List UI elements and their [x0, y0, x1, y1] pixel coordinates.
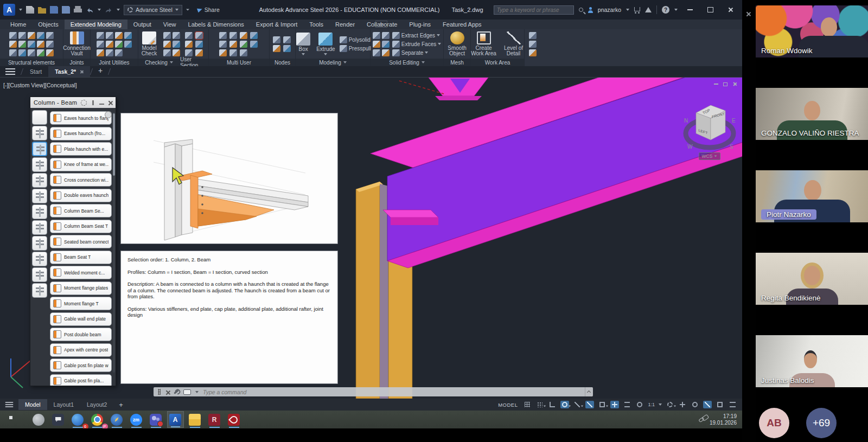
structural-tool-icon[interactable]	[37, 41, 44, 48]
connection-type-item[interactable]: Gable wall end plate	[50, 312, 112, 326]
column-flange-left[interactable]	[356, 182, 380, 399]
ribbon-tab[interactable]: View	[157, 20, 182, 29]
connection-type-item[interactable]: Column Beam Seat T	[50, 220, 112, 233]
palette-category-button[interactable]	[32, 204, 47, 219]
palette-scrollbar-thumb[interactable]	[113, 113, 115, 176]
command-caret-icon[interactable]	[195, 391, 199, 393]
taskbar-app-r[interactable]: R	[206, 411, 223, 428]
ribbon-tab[interactable]: Extended Modeling	[65, 20, 127, 29]
clean-screen-icon[interactable]	[716, 401, 724, 408]
user-section-tool-icon[interactable]	[195, 41, 203, 48]
joint-utility-icon[interactable]	[115, 49, 123, 56]
infocenter-search[interactable]	[494, 5, 574, 15]
solid-edit-icon[interactable]	[382, 49, 390, 56]
ribbon-tab[interactable]: Objects	[32, 20, 64, 29]
structural-tool-icon[interactable]	[46, 32, 54, 39]
structural-tool-icon[interactable]	[46, 41, 54, 48]
more-participants-button[interactable]: +69	[806, 408, 837, 438]
ribbon-tab[interactable]: Output	[127, 20, 157, 29]
app-menu-caret-icon[interactable]	[19, 9, 22, 11]
group-label[interactable]: Solid Editing	[371, 59, 443, 66]
search-input[interactable]	[497, 7, 571, 13]
extrude-faces-button[interactable]: Extrude Faces	[392, 41, 441, 48]
checking-tool-icon[interactable]	[173, 41, 180, 48]
save-as-icon[interactable]	[62, 6, 70, 14]
node-tool-icon[interactable]	[283, 45, 291, 52]
file-tabs-menu-icon[interactable]	[5, 68, 15, 75]
scale-indicator[interactable]: 1:1	[648, 402, 655, 407]
palette-category-button[interactable]	[32, 173, 47, 188]
joint-utility-icon[interactable]	[106, 32, 113, 39]
taskbar-app-browser[interactable]	[108, 411, 125, 428]
solid-edit-icon[interactable]	[373, 41, 380, 48]
node-tool-icon[interactable]	[283, 36, 291, 43]
user-section-tool-icon[interactable]	[195, 32, 203, 39]
file-tab[interactable]: Start	[23, 66, 48, 77]
ribbon-tab[interactable]: Render	[329, 20, 361, 29]
joint-utility-icon[interactable]	[106, 49, 113, 56]
multi-user-tool-icon[interactable]	[250, 41, 258, 48]
layout-tab[interactable]: Layout1	[47, 399, 80, 410]
palette-category-button[interactable]	[32, 236, 47, 251]
connection-type-item[interactable]: Moment flange plates	[50, 281, 112, 295]
dynamic-input-icon[interactable]	[610, 401, 619, 408]
joint-utility-icon[interactable]	[106, 41, 113, 48]
taskbar-app-capture[interactable]	[30, 411, 47, 428]
checking-tool-icon[interactable]	[163, 49, 171, 56]
structural-tool-icon[interactable]	[18, 41, 26, 48]
command-customize-icon[interactable]	[174, 389, 179, 394]
palette-close-icon[interactable]	[107, 100, 112, 105]
new-file-icon[interactable]	[26, 6, 34, 14]
palette-scroll-up-button[interactable]	[105, 111, 112, 118]
checking-tool-icon[interactable]	[173, 32, 180, 39]
ribbon-tab[interactable]: Labels & Dimensions	[182, 20, 250, 29]
solid-edit-icon[interactable]	[382, 41, 390, 48]
node-tool-icon[interactable]	[273, 36, 280, 43]
polar-tracking-icon[interactable]	[560, 401, 569, 408]
restore-window-button[interactable]	[703, 4, 718, 16]
undo-icon[interactable]	[86, 6, 94, 14]
node-tool-icon[interactable]	[273, 45, 280, 52]
extract-edges-button[interactable]: Extract Edges	[392, 32, 441, 39]
joint-utility-icon[interactable]	[97, 41, 104, 48]
multi-user-tool-icon[interactable]	[219, 32, 227, 39]
user-section-tool-icon[interactable]	[185, 32, 193, 39]
scale-caret-icon[interactable]	[659, 403, 662, 406]
ribbon-tab[interactable]: Export & Import	[250, 20, 303, 29]
connection-type-item[interactable]: Column Beam Se...	[50, 204, 112, 217]
connection-type-item[interactable]: Moment flange T	[50, 297, 112, 310]
workspace-switch-icon[interactable]	[666, 401, 674, 408]
structural-tool-icon[interactable]	[37, 49, 44, 56]
taskbar-app-acrobat[interactable]	[226, 411, 242, 428]
multi-user-tool-icon[interactable]	[219, 49, 227, 56]
command-line[interactable]	[154, 387, 593, 396]
participant-tile[interactable]: Regita Bendikienė	[756, 247, 868, 330]
group-label[interactable]: Modeling	[296, 59, 370, 66]
joint-utility-icon[interactable]	[124, 32, 132, 39]
lineweight-icon[interactable]	[623, 401, 631, 408]
palette-title-bar[interactable]: Column - Beam	[30, 97, 116, 108]
new-layout-button[interactable]: +	[113, 401, 129, 409]
viewport-close-icon[interactable]	[732, 82, 737, 86]
ortho-toggle-icon[interactable]	[548, 401, 557, 408]
palette-category-button[interactable]	[32, 220, 47, 235]
multi-user-tool-icon[interactable]	[240, 41, 247, 48]
solid-edit-icon[interactable]	[382, 32, 390, 39]
viewport-controls-label[interactable]: [-][Custom View][Conceptual]	[3, 82, 77, 88]
joint-utility-icon[interactable]	[115, 41, 123, 48]
isodraft-icon[interactable]	[573, 401, 582, 408]
structural-tool-icon[interactable]	[28, 49, 35, 56]
structural-tool-icon[interactable]	[18, 49, 26, 56]
taskbar-app-teams[interactable]	[148, 411, 164, 428]
box-button[interactable]: Box	[295, 32, 312, 56]
redo-history-caret-icon[interactable]	[117, 9, 120, 11]
user-section-tool-icon[interactable]	[185, 41, 193, 48]
multi-user-tool-icon[interactable]	[229, 41, 237, 48]
ribbon-tab[interactable]: Plug-ins	[403, 20, 437, 29]
structural-tool-icon[interactable]	[18, 32, 26, 39]
clipboard-tool-icon[interactable]	[529, 32, 537, 39]
ribbon-tab[interactable]: Home	[4, 20, 32, 29]
app-logo-icon[interactable]: A	[3, 4, 15, 16]
connection-type-item[interactable]: Post double beam	[50, 328, 112, 341]
file-tab[interactable]: Task_2*	[48, 66, 90, 77]
